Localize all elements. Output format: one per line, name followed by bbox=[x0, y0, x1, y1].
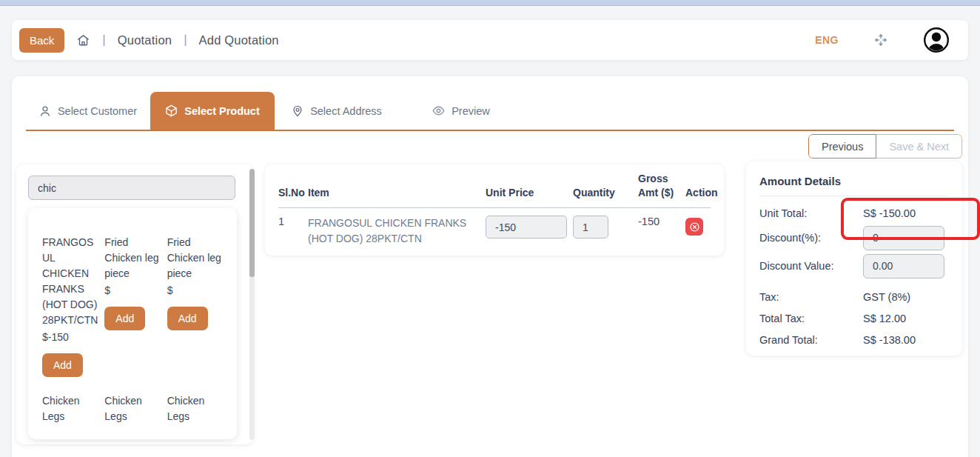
unit-total-row: Unit Total: S$ -150.00 bbox=[759, 202, 947, 224]
product-name: Chicken Legs bbox=[42, 393, 98, 424]
package-icon bbox=[165, 104, 178, 117]
cell-unit-price bbox=[486, 216, 573, 238]
quotation-wizard-card: Select Customer Select Product bbox=[12, 76, 968, 457]
header-left-group: Back | Quotation | Add Quotation bbox=[19, 28, 279, 53]
tabs-underline bbox=[26, 130, 954, 131]
table-row: 1 FRANGOSUL CHICKEN FRANKS (HOT DOG) 28P… bbox=[278, 208, 711, 247]
breadcrumb-section[interactable]: Quotation bbox=[118, 33, 172, 47]
home-icon[interactable] bbox=[76, 33, 90, 47]
product-price: $ bbox=[167, 283, 224, 298]
product-result: Chicken Legs bbox=[42, 393, 98, 424]
product-results-card: FRANGOSUL CHICKEN FRANKS (HOT DOG) 28PKT… bbox=[28, 208, 237, 439]
discount-percent-label: Discount(%): bbox=[759, 232, 863, 244]
step-buttons-group: Previous Save & Next bbox=[808, 134, 962, 159]
table-header-row: Sl.No Item Unit Price Quantity Gross Amt… bbox=[278, 172, 711, 208]
product-result: Fried Chicken leg piece $ Add bbox=[167, 235, 224, 377]
grand-total-row: Grand Total: S$ -138.00 bbox=[759, 329, 947, 350]
col-header-gross-amt: Gross Amt ($) bbox=[638, 172, 685, 200]
cell-action bbox=[685, 216, 719, 236]
tab-select-customer[interactable]: Select Customer bbox=[26, 92, 150, 130]
circle-x-icon bbox=[689, 221, 700, 233]
cell-gross-amt: -150 bbox=[638, 216, 685, 227]
browser-top-strip bbox=[0, 0, 980, 6]
tab-label: Select Address bbox=[310, 105, 382, 117]
language-selector[interactable]: ENG bbox=[815, 34, 839, 46]
product-result: FRANGOSUL CHICKEN FRANKS (HOT DOG) 28PKT… bbox=[42, 235, 98, 377]
unit-total-label: Unit Total: bbox=[759, 207, 863, 219]
tab-label: Select Customer bbox=[58, 105, 137, 117]
unit-total-value: S$ -150.00 bbox=[863, 207, 916, 219]
product-name: Chicken Legs bbox=[167, 393, 224, 424]
amount-details-panel: Amount Details Unit Total: S$ -150.00 Di… bbox=[746, 161, 962, 356]
product-result: Fried Chicken leg piece $ Add bbox=[104, 235, 161, 377]
cell-item-name: FRANGOSUL CHICKEN FRANKS (HOT DOG) 28PKT… bbox=[308, 216, 486, 247]
cell-slno: 1 bbox=[278, 216, 308, 227]
col-header-action: Action bbox=[685, 186, 719, 200]
save-next-button[interactable]: Save & Next bbox=[876, 134, 962, 159]
person-icon bbox=[39, 105, 51, 117]
discount-value-label: Discount Value: bbox=[759, 260, 863, 272]
tab-preview[interactable]: Preview bbox=[399, 92, 523, 130]
total-tax-label: Total Tax: bbox=[759, 313, 863, 324]
add-product-button[interactable]: Add bbox=[42, 353, 83, 377]
remove-item-button[interactable] bbox=[685, 218, 703, 236]
selected-items-table: Sl.No Item Unit Price Quantity Gross Amt… bbox=[265, 164, 724, 256]
fullscreen-move-icon[interactable] bbox=[873, 32, 889, 48]
cell-quantity bbox=[573, 216, 638, 238]
breadcrumb-separator: | bbox=[184, 33, 187, 47]
total-tax-row: Total Tax: S$ 12.00 bbox=[759, 307, 947, 329]
tab-select-product[interactable]: Select Product bbox=[150, 92, 275, 130]
add-product-button[interactable]: Add bbox=[167, 307, 208, 330]
product-name: FRANGOSUL CHICKEN FRANKS (HOT DOG) 28PKT… bbox=[42, 235, 98, 328]
breadcrumb-page: Add Quotation bbox=[199, 33, 279, 47]
tax-row: Tax: GST (8%) bbox=[759, 286, 947, 307]
discount-percent-input[interactable] bbox=[863, 226, 944, 250]
tax-label: Tax: bbox=[759, 291, 863, 303]
total-tax-value: S$ 12.00 bbox=[863, 313, 906, 324]
product-search-input[interactable] bbox=[28, 176, 235, 200]
add-quotation-page: Back | Quotation | Add Quotation ENG bbox=[0, 0, 980, 457]
grand-total-label: Grand Total: bbox=[759, 334, 863, 346]
discount-value-input[interactable] bbox=[863, 254, 944, 278]
back-button[interactable]: Back bbox=[19, 28, 64, 53]
amount-details-title: Amount Details bbox=[759, 175, 947, 196]
product-name: Fried Chicken leg piece bbox=[104, 235, 161, 281]
user-avatar[interactable] bbox=[923, 27, 950, 53]
product-name: Fried Chicken leg piece bbox=[167, 235, 224, 281]
col-header-unit-price: Unit Price bbox=[486, 186, 573, 200]
grand-total-value: S$ -138.00 bbox=[863, 334, 916, 346]
sidebar-scrollbar-track[interactable] bbox=[249, 169, 255, 440]
product-grid: FRANGOSUL CHICKEN FRANKS (HOT DOG) 28PKT… bbox=[42, 235, 224, 424]
sidebar-scrollbar-thumb[interactable] bbox=[249, 169, 255, 277]
discount-percent-row: Discount(%): bbox=[759, 224, 947, 252]
wizard-tabs: Select Customer Select Product bbox=[26, 92, 523, 130]
product-price: $ bbox=[104, 283, 161, 298]
quantity-input[interactable] bbox=[573, 216, 608, 238]
product-result: Chicken Legs bbox=[167, 393, 224, 424]
col-header-slno: Sl.No bbox=[278, 186, 308, 200]
tax-value: GST (8%) bbox=[863, 291, 910, 303]
page-header: Back | Quotation | Add Quotation ENG bbox=[12, 20, 968, 60]
location-pin-icon bbox=[292, 105, 303, 117]
tab-label: Preview bbox=[452, 105, 490, 117]
unit-price-input[interactable] bbox=[486, 216, 567, 238]
product-name: Chicken Legs bbox=[104, 393, 161, 424]
product-result: Chicken Legs bbox=[104, 393, 161, 424]
discount-value-row: Discount Value: bbox=[759, 252, 947, 280]
tab-label: Select Product bbox=[184, 105, 260, 117]
col-header-item: Item bbox=[308, 186, 486, 200]
add-product-button[interactable]: Add bbox=[104, 307, 145, 330]
eye-icon bbox=[432, 104, 445, 117]
product-search-panel: FRANGOSUL CHICKEN FRANKS (HOT DOG) 28PKT… bbox=[16, 164, 253, 444]
header-right-group: ENG bbox=[815, 27, 950, 53]
product-price: $-150 bbox=[42, 330, 98, 345]
tab-select-address[interactable]: Select Address bbox=[275, 92, 399, 130]
previous-button[interactable]: Previous bbox=[808, 134, 876, 159]
breadcrumb-separator: | bbox=[102, 33, 105, 47]
col-header-quantity: Quantity bbox=[573, 186, 638, 200]
